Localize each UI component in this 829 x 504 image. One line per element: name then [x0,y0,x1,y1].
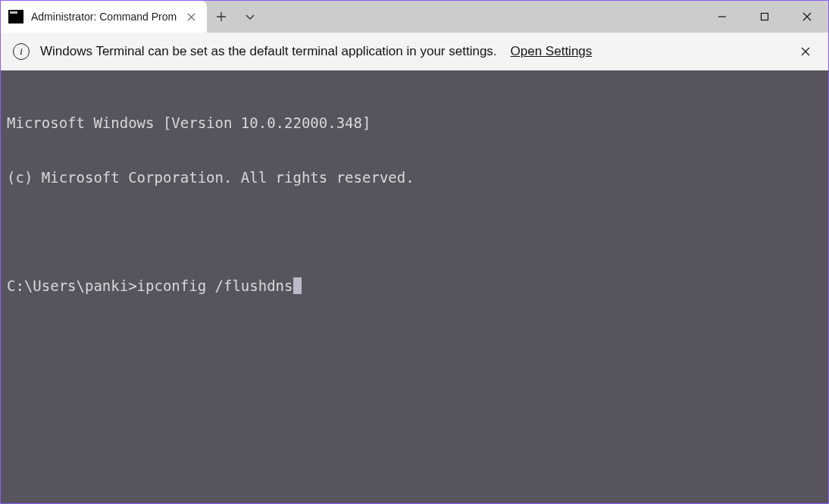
new-tab-button[interactable] [207,1,236,33]
terminal-output-line: (c) Microsoft Corporation. All rights re… [7,169,822,187]
terminal-prompt-line: C:\Users\panki>ipconfig /flushdns [7,277,822,296]
tab-active[interactable]: Administrator: Command Prom [1,1,207,33]
info-bar: i Windows Terminal can be set as the def… [1,33,828,70]
terminal-pane[interactable]: Microsoft Windows [Version 10.0.22000.34… [1,70,828,503]
svg-rect-0 [762,14,768,20]
tab-close-button[interactable] [184,10,198,23]
terminal-window: Administrator: Command Prom [1,1,828,503]
tab-dropdown-button[interactable] [236,1,264,33]
cmd-icon [8,10,23,23]
terminal-cursor [293,277,302,294]
window-controls [701,1,828,33]
info-close-button[interactable] [795,41,816,62]
tab-actions [207,1,264,33]
terminal-prompt: C:\Users\panki> [7,277,137,294]
titlebar: Administrator: Command Prom [1,1,828,33]
info-message: Windows Terminal can be set as the defau… [40,44,497,59]
open-settings-link[interactable]: Open Settings [511,44,593,59]
terminal-command: ipconfig /flushdns [137,277,293,294]
minimize-button[interactable] [701,1,743,33]
close-window-button[interactable] [786,1,828,33]
maximize-button[interactable] [743,1,786,33]
info-icon: i [13,43,30,60]
tab-title: Administrator: Command Prom [31,11,177,23]
terminal-blank-line [7,224,822,242]
terminal-output-line: Microsoft Windows [Version 10.0.22000.34… [7,114,822,133]
